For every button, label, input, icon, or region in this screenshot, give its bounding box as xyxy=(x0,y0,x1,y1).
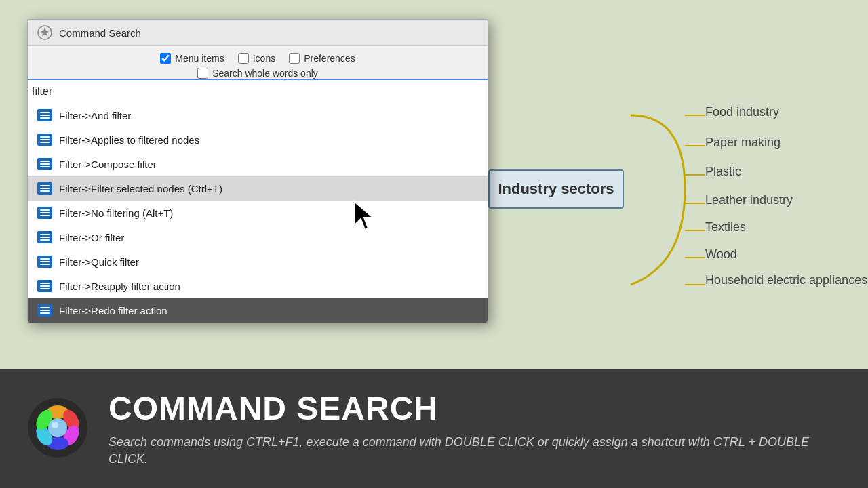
result-icon xyxy=(37,109,52,121)
branch-food-industry: Food industry xyxy=(705,105,779,119)
branch-textiles: Textiles xyxy=(705,220,746,235)
menu-items-option[interactable]: Menu items xyxy=(160,53,224,64)
result-item[interactable]: Filter->Compose filter xyxy=(28,152,488,176)
result-item[interactable]: Filter->Or filter xyxy=(28,225,488,249)
results-list: Filter->And filter Filter->Applies to fi… xyxy=(28,103,488,323)
result-icon xyxy=(37,304,52,317)
result-item[interactable]: Filter->And filter xyxy=(28,103,488,127)
menu-items-checkbox[interactable] xyxy=(160,53,171,64)
bottom-description: Search commands using CTRL+F1, execute a… xyxy=(108,434,841,468)
search-input[interactable] xyxy=(32,85,484,98)
result-icon xyxy=(37,207,52,219)
options-row-2: Search whole words only xyxy=(197,68,318,79)
bottom-text-area: COMMAND SEARCH Search commands using CTR… xyxy=(108,390,841,468)
bottom-title: COMMAND SEARCH xyxy=(108,390,841,427)
result-label: Filter->Or filter xyxy=(59,232,124,243)
mindmap-center-label: Industry sectors xyxy=(498,180,614,198)
result-icon xyxy=(37,134,52,146)
branch-wood: Wood xyxy=(705,247,737,262)
result-label: Filter->Filter selected nodes (Ctrl+T) xyxy=(59,183,222,195)
dialog-title: Command Search xyxy=(59,27,141,39)
result-label: Filter->Applies to filtered nodes xyxy=(59,134,199,146)
result-icon xyxy=(37,256,52,268)
whole-words-checkbox[interactable] xyxy=(197,68,208,79)
preferences-option[interactable]: Preferences xyxy=(289,53,355,64)
preferences-label: Preferences xyxy=(304,53,355,64)
options-row-1: Menu items Icons Preferences xyxy=(160,53,355,64)
result-icon xyxy=(37,231,52,243)
svg-point-17 xyxy=(48,418,67,437)
mindmap-area: Industry sectors Food industry Paper mak… xyxy=(434,27,854,352)
result-label: Filter->Quick filter xyxy=(59,256,139,268)
whole-words-option[interactable]: Search whole words only xyxy=(197,68,318,79)
icons-option[interactable]: Icons xyxy=(238,53,275,64)
result-item-selected[interactable]: Filter->Filter selected nodes (Ctrl+T) xyxy=(28,176,488,201)
result-item[interactable]: Filter->No filtering (Alt+T) xyxy=(28,201,488,225)
branch-household: Household electric appliances xyxy=(705,273,867,287)
search-input-wrapper[interactable] xyxy=(28,79,488,103)
branch-paper-making: Paper making xyxy=(705,136,781,150)
icons-checkbox[interactable] xyxy=(238,53,249,64)
result-item[interactable]: Filter->Reapply filter action xyxy=(28,274,488,298)
menu-items-label: Menu items xyxy=(175,53,224,64)
result-icon xyxy=(37,158,52,170)
icons-label: Icons xyxy=(253,53,275,64)
result-icon xyxy=(37,182,52,195)
command-search-dialog: Command Search Menu items Icons Preferen… xyxy=(27,19,488,323)
preferences-checkbox[interactable] xyxy=(289,53,300,64)
branch-leather-industry: Leather industry xyxy=(705,193,793,207)
dialog-options: Menu items Icons Preferences Search whol… xyxy=(28,46,488,79)
result-item-dark[interactable]: Filter->Redo filter action xyxy=(28,298,488,323)
svg-point-18 xyxy=(52,422,58,428)
app-logo xyxy=(27,397,88,458)
whole-words-label: Search whole words only xyxy=(212,68,318,79)
result-label: Filter->Reapply filter action xyxy=(59,281,180,292)
mindmap-center-node: Industry sectors xyxy=(488,169,624,209)
bottom-bar: COMMAND SEARCH Search commands using CTR… xyxy=(0,369,868,488)
result-label: Filter->And filter xyxy=(59,110,131,121)
result-label: Filter->Redo filter action xyxy=(59,305,167,317)
app-icon xyxy=(37,25,52,40)
result-label: Filter->Compose filter xyxy=(59,159,157,170)
result-item[interactable]: Filter->Applies to filtered nodes xyxy=(28,127,488,152)
branch-plastic: Plastic xyxy=(705,165,741,179)
result-label: Filter->No filtering (Alt+T) xyxy=(59,207,173,219)
dialog-titlebar: Command Search xyxy=(28,20,488,46)
result-item[interactable]: Filter->Quick filter xyxy=(28,249,488,274)
result-icon xyxy=(37,280,52,292)
bottom-logo xyxy=(27,397,88,461)
